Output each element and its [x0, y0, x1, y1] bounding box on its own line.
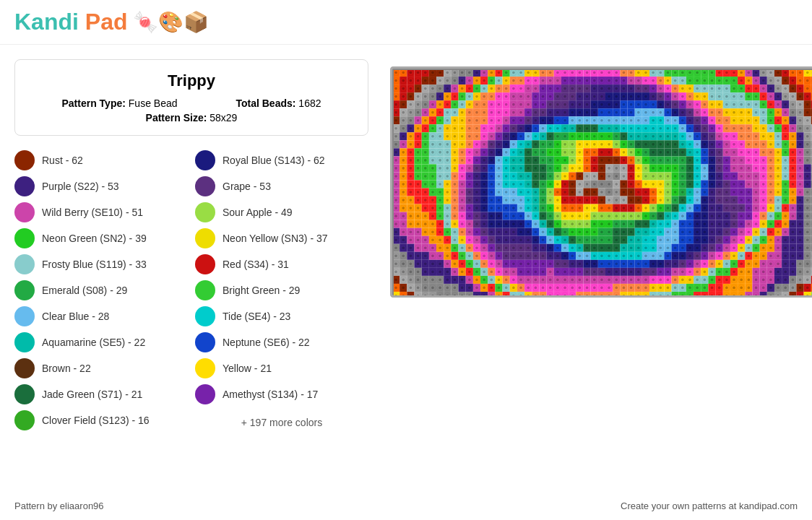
- main-content: Trippy Pattern Type: Fuse Bead Total Bea…: [0, 45, 812, 445]
- color-item: Rust - 62: [14, 150, 188, 170]
- color-name: Brown - 22: [42, 363, 91, 374]
- color-swatch: [195, 150, 215, 170]
- color-name: Amethyst (S134) - 17: [223, 389, 318, 400]
- color-item: Neon Yellow (SN3) - 37: [195, 228, 368, 248]
- pattern-type: Pattern Type: Fuse Bead: [61, 98, 177, 109]
- more-colors-label: + 197 more colors: [241, 417, 322, 428]
- color-item: Frosty Blue (S119) - 33: [14, 254, 188, 274]
- pattern-beads: Total Beads: 1682: [236, 98, 321, 109]
- color-swatch: [14, 384, 35, 404]
- color-item: Clover Field (S123) - 16: [14, 410, 188, 430]
- logo-kandi: Kandi: [14, 9, 79, 35]
- color-swatch: [195, 202, 215, 222]
- color-item: + 197 more colors: [195, 410, 368, 430]
- color-name: Red (S34) - 31: [223, 259, 289, 270]
- color-swatch: [14, 280, 35, 300]
- color-name: Royal Blue (S143) - 62: [223, 155, 325, 166]
- header: Kandi Pad 🍬🎨📦: [0, 0, 812, 45]
- color-name: Rust - 62: [42, 155, 83, 166]
- attribution: Pattern by eliaaron96: [14, 500, 104, 511]
- color-item: Aquamarine (SE5) - 22: [14, 332, 188, 352]
- color-item: Brown - 22: [14, 358, 188, 378]
- logo-pad: Pad: [85, 9, 128, 35]
- color-swatch: [195, 306, 215, 326]
- color-name: Neptune (SE6) - 22: [223, 337, 310, 348]
- color-name: Bright Green - 29: [223, 285, 300, 296]
- color-name: Neon Yellow (SN3) - 37: [223, 233, 328, 244]
- color-swatch: [195, 228, 215, 248]
- color-item: Neptune (SE6) - 22: [195, 332, 368, 352]
- color-name: Frosty Blue (S119) - 33: [42, 259, 147, 270]
- color-name: Sour Apple - 49: [223, 207, 293, 218]
- color-swatch: [14, 228, 35, 248]
- color-name: Tide (SE4) - 23: [223, 311, 290, 322]
- color-name: Clear Blue - 28: [42, 311, 109, 322]
- color-name: Aquamarine (SE5) - 22: [42, 337, 145, 348]
- color-item: Grape - 53: [195, 176, 368, 196]
- color-item: Sour Apple - 49: [195, 202, 368, 222]
- pattern-meta: Pattern Type: Fuse Bead Total Beads: 168…: [33, 98, 350, 109]
- color-item: Yellow - 21: [195, 358, 368, 378]
- color-name: Yellow - 21: [223, 363, 272, 374]
- color-name: Emerald (S08) - 29: [42, 285, 127, 296]
- color-item: Neon Green (SN2) - 39: [14, 228, 188, 248]
- color-swatch: [14, 306, 35, 326]
- color-swatch: [14, 332, 35, 352]
- color-swatch: [195, 176, 215, 196]
- color-swatch: [195, 254, 215, 274]
- color-item: Wild Berry (SE10) - 51: [14, 202, 188, 222]
- color-name: Clover Field (S123) - 16: [42, 415, 150, 426]
- pattern-canvas: [392, 69, 812, 298]
- color-name: Grape - 53: [223, 181, 271, 192]
- cta: Create your own patterns at kandipad.com: [621, 500, 798, 511]
- pattern-info-card: Trippy Pattern Type: Fuse Bead Total Bea…: [14, 59, 368, 136]
- pattern-size: Pattern Size: 58x29: [33, 112, 350, 124]
- color-swatch: [195, 280, 215, 300]
- color-list: Rust - 62 Royal Blue (S143) - 62 Purple …: [14, 150, 368, 430]
- color-swatch: [14, 410, 35, 430]
- left-panel: Trippy Pattern Type: Fuse Bead Total Bea…: [14, 59, 368, 430]
- color-item: Bright Green - 29: [195, 280, 368, 300]
- pattern-canvas-wrapper: [390, 66, 812, 298]
- color-swatch: [14, 254, 35, 274]
- footer: Pattern by eliaaron96 Create your own pa…: [14, 500, 798, 511]
- pattern-title: Trippy: [33, 72, 350, 90]
- color-item: Clear Blue - 28: [14, 306, 188, 326]
- color-item: Purple (S22) - 53: [14, 176, 188, 196]
- logo[interactable]: Kandi Pad 🍬🎨📦: [14, 9, 209, 35]
- logo-icons: 🍬🎨📦: [133, 10, 209, 34]
- color-swatch: [14, 176, 35, 196]
- color-name: Jade Green (S71) - 21: [42, 389, 142, 400]
- color-item: Red (S34) - 31: [195, 254, 368, 274]
- color-item: Tide (SE4) - 23: [195, 306, 368, 326]
- color-item: Amethyst (S134) - 17: [195, 384, 368, 404]
- color-swatch: [14, 150, 35, 170]
- color-swatch: [195, 358, 215, 378]
- color-name: Neon Green (SN2) - 39: [42, 233, 147, 244]
- color-swatch: [195, 332, 215, 352]
- color-name: Purple (S22) - 53: [42, 181, 119, 192]
- color-item: Royal Blue (S143) - 62: [195, 150, 368, 170]
- color-swatch: [14, 202, 35, 222]
- color-swatch: [14, 358, 35, 378]
- color-item: Emerald (S08) - 29: [14, 280, 188, 300]
- right-panel: [390, 59, 812, 430]
- color-name: Wild Berry (SE10) - 51: [42, 207, 143, 218]
- color-swatch: [195, 384, 215, 404]
- color-item: Jade Green (S71) - 21: [14, 384, 188, 404]
